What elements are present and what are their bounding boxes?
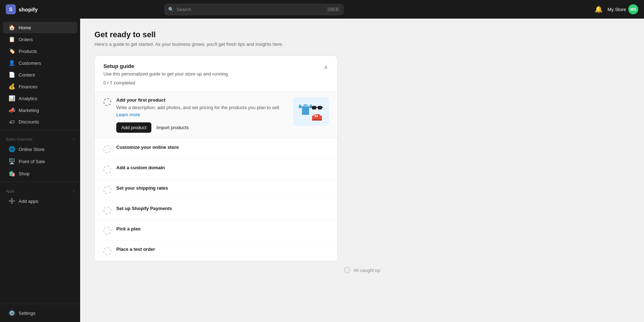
sidebar-item-marketing[interactable]: 📣 Marketing — [3, 104, 77, 116]
setup-guide-header: Setup guide Use this personalized guide … — [95, 56, 337, 92]
page-subtitle: Here's a guide to get started. As your b… — [94, 42, 630, 47]
step-circle-shipping — [103, 186, 111, 194]
search-bar: 🔍 Ctrl K — [165, 4, 343, 15]
sales-channels-expand-icon[interactable]: › — [73, 137, 74, 142]
store-selector-button[interactable]: My Store MS — [608, 4, 638, 14]
sales-channels-section: Sales channels › — [0, 132, 80, 143]
products-icon: 🏷️ — [9, 48, 15, 54]
setup-item-plan-content: Pick a plan — [116, 226, 329, 233]
setup-guide-collapse-button[interactable]: ∧ — [323, 63, 329, 71]
learn-more-link[interactable]: Learn more — [116, 112, 140, 117]
setup-item-customize-store[interactable]: Customize your online store — [95, 139, 337, 159]
search-input[interactable] — [165, 4, 343, 15]
sidebar-item-settings-label: Settings — [19, 311, 35, 316]
step-circle-domain — [103, 166, 111, 174]
setup-item-shipping-content: Set your shipping rates — [116, 185, 329, 192]
sidebar-item-online-store-label: Online Store — [19, 147, 44, 152]
setup-guide-description: Use this personalized guide to get your … — [103, 71, 229, 77]
store-name: My Store — [608, 7, 626, 12]
setup-item-test-order-title: Place a test order — [116, 247, 329, 252]
notifications-button[interactable]: 🔔 — [593, 4, 604, 15]
online-store-icon: 🌐 — [9, 146, 15, 152]
sidebar-bottom: ⚙️ Settings — [0, 304, 80, 319]
home-icon: 🏠 — [9, 24, 15, 31]
step-circle-payments — [103, 206, 111, 214]
sidebar-divider-2 — [0, 182, 80, 182]
topnav-right-section: 🔔 My Store MS — [593, 4, 638, 15]
sidebar-item-finances[interactable]: 💰 Finances — [3, 81, 77, 92]
svg-rect-1 — [302, 106, 309, 115]
svg-rect-12 — [312, 119, 322, 121]
sidebar-item-add-apps-label: Add apps — [19, 199, 38, 204]
point-of-sale-icon: 🖥️ — [9, 158, 15, 165]
sidebar-item-marketing-label: Marketing — [19, 108, 39, 113]
sidebar-item-home[interactable]: 🏠 Home — [3, 22, 77, 33]
apps-section: Apps › — [0, 184, 80, 195]
sidebar-item-products[interactable]: 🏷️ Products — [3, 45, 77, 57]
setup-item-shipping-title: Set your shipping rates — [116, 185, 329, 191]
sidebar-item-point-of-sale-label: Point of Sale — [19, 159, 45, 164]
content-icon: 📄 — [9, 72, 15, 78]
apps-expand-icon[interactable]: › — [73, 189, 74, 194]
sidebar-item-online-store[interactable]: 🌐 Online Store — [3, 143, 77, 155]
setup-guide-header-content: Setup guide Use this personalized guide … — [103, 63, 229, 86]
sidebar-item-shop[interactable]: 🛍️ Shop — [3, 168, 77, 179]
svg-rect-0 — [295, 99, 327, 124]
caught-up-icon: ✓ — [344, 267, 350, 273]
step-circle-plan — [103, 227, 111, 235]
setup-item-add-product-content: Add your first product Write a descripti… — [116, 97, 288, 133]
setup-item-test-order[interactable]: Place a test order — [95, 241, 337, 261]
sidebar-item-products-label: Products — [19, 49, 37, 54]
sidebar-item-discounts-label: Discounts — [19, 119, 39, 125]
svg-rect-6 — [318, 106, 322, 109]
setup-item-add-product-actions: Add product Import products — [116, 122, 288, 133]
shopify-logo-icon: S — [6, 4, 16, 14]
shopify-logo-text: shopify — [19, 6, 38, 13]
sidebar-item-orders-label: Orders — [19, 37, 33, 42]
setup-guide-progress: 0 / 7 completed — [103, 80, 229, 86]
sales-channels-label: Sales channels — [6, 137, 33, 141]
setup-item-shopify-payments[interactable]: Set up Shopify Payments — [95, 200, 337, 220]
sidebar-item-orders[interactable]: 📋 Orders — [3, 34, 77, 45]
svg-rect-4 — [303, 104, 308, 107]
setup-item-shipping-rates[interactable]: Set your shipping rates — [95, 180, 337, 200]
sidebar-item-add-apps[interactable]: ➕ Add apps — [3, 195, 77, 207]
sidebar-item-customers-label: Customers — [19, 60, 41, 66]
search-shortcut: Ctrl K — [327, 7, 340, 12]
setup-item-customize-title: Customize your online store — [116, 145, 329, 150]
sidebar-item-content[interactable]: 📄 Content — [3, 69, 77, 80]
main-content: Get ready to sell Here's a guide to get … — [80, 19, 644, 322]
marketing-icon: 📣 — [9, 107, 15, 113]
all-caught-up-label: All caught up — [353, 268, 380, 273]
setup-guide-title: Setup guide — [103, 63, 229, 69]
product-illustration — [293, 97, 329, 126]
sidebar-item-point-of-sale[interactable]: 🖥️ Point of Sale — [3, 156, 77, 167]
top-navigation: S shopify 🔍 Ctrl K 🔔 My Store MS — [0, 0, 644, 19]
setup-item-payments-content: Set up Shopify Payments — [116, 206, 329, 213]
setup-item-pick-plan[interactable]: Pick a plan — [95, 220, 337, 241]
setup-item-custom-domain[interactable]: Add a custom domain — [95, 159, 337, 180]
sidebar-item-analytics[interactable]: 📊 Analytics — [3, 93, 77, 104]
orders-icon: 📋 — [9, 36, 15, 43]
setup-item-customize-content: Customize your online store — [116, 145, 329, 151]
shopify-logo[interactable]: S shopify — [6, 4, 38, 14]
discounts-icon: 🏷 — [9, 119, 15, 125]
step-circle-test-order — [103, 247, 111, 255]
add-product-button[interactable]: Add product — [116, 122, 151, 133]
sidebar: 🏠 Home 📋 Orders 🏷️ Products 👤 Customers … — [0, 19, 80, 322]
finances-icon: 💰 — [9, 83, 15, 90]
setup-item-test-order-content: Place a test order — [116, 247, 329, 253]
all-caught-up-section: ✓ All caught up — [94, 261, 630, 279]
add-apps-icon: ➕ — [9, 198, 15, 204]
apps-label: Apps — [6, 189, 15, 193]
setup-item-add-product[interactable]: Add your first product Write a descripti… — [95, 92, 337, 139]
import-products-button[interactable]: Import products — [155, 122, 190, 133]
setup-item-add-product-title: Add your first product — [116, 97, 288, 103]
sidebar-item-customers[interactable]: 👤 Customers — [3, 57, 77, 69]
sidebar-item-settings[interactable]: ⚙️ Settings — [3, 307, 77, 319]
sidebar-item-discounts[interactable]: 🏷 Discounts — [3, 116, 77, 127]
customers-icon: 👤 — [9, 60, 15, 66]
sidebar-divider-1 — [0, 130, 80, 130]
setup-item-payments-title: Set up Shopify Payments — [116, 206, 329, 211]
sidebar-item-analytics-label: Analytics — [19, 96, 37, 101]
